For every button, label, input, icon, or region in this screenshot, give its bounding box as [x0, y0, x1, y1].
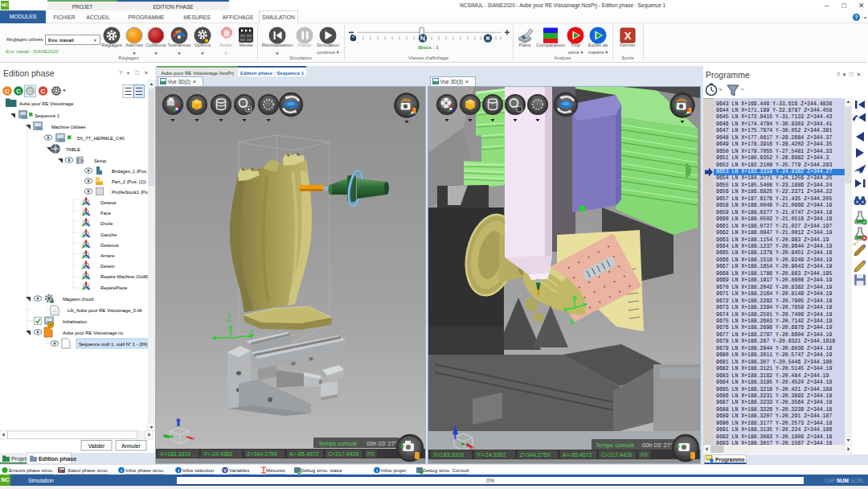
svg-text:Z=344.2759: Z=344.2759 [247, 451, 277, 457]
svg-text:Droite: Droite [100, 221, 113, 226]
svg-text:C: C [41, 88, 46, 95]
svg-text:Aube pour RE Visiusinage.nc: Aube pour RE Visiusinage.nc [63, 331, 123, 335]
svg-text:C=217.4426: C=217.4426 [601, 452, 632, 458]
svg-text:X=183.3319: X=183.3319 [433, 452, 464, 458]
svg-text:C=217.4426: C=217.4426 [328, 451, 358, 457]
svg-text:Y=-24.9382: Y=-24.9382 [477, 452, 506, 458]
svg-text:✕: ✕ [144, 70, 149, 76]
svg-text:C: C [28, 88, 33, 95]
svg-text:Z: Z [227, 314, 231, 323]
svg-text:Temps cumulé: Temps cumulé [596, 442, 634, 449]
svg-text:A=-85.4672: A=-85.4672 [563, 452, 592, 458]
svg-text:?: ? [119, 70, 122, 76]
svg-text:Arrière: Arrière [100, 253, 114, 258]
svg-text:Edition phase: Edition phase [3, 68, 55, 78]
svg-text:Magasin d'outil: Magasin d'outil [63, 297, 94, 302]
svg-text:Initialisation: Initialisation [63, 319, 87, 324]
svg-text:Bridages_1 (Pos.): Bridages_1 (Pos.) [112, 169, 149, 174]
svg-text:Séquence outil 1, outil N° 1 -: Séquence outil 1, outil N° 1 - (0%) [79, 342, 149, 347]
svg-text:RepèrePièce: RepèrePièce [100, 286, 128, 290]
svg-text:Dessus: Dessus [100, 200, 116, 205]
svg-text:Valider: Valider [88, 443, 105, 449]
svg-text:00h 03' 27'': 00h 03' 27'' [366, 440, 397, 447]
svg-text:X=183.3319: X=183.3319 [160, 451, 190, 457]
svg-text:Machine Utilisée: Machine Utilisée [51, 125, 86, 129]
svg-text:Edition phase: Edition phase [39, 455, 76, 462]
svg-text:Setup: Setup [94, 158, 106, 163]
svg-text:Face: Face [100, 211, 111, 216]
svg-text:V: V [223, 468, 227, 473]
svg-text:5X_TT_HERMLE_C40: 5X_TT_HERMLE_C40 [77, 136, 125, 141]
svg-text:P0: P0 [367, 451, 375, 457]
svg-text:00h 03' 27'': 00h 03' 27'' [642, 442, 673, 449]
svg-text:Part_2 (Pos. (2)): Part_2 (Pos. (2)) [112, 179, 146, 184]
svg-text:⏍: ⏍ [135, 70, 139, 76]
svg-text:Dessous: Dessous [100, 243, 119, 248]
svg-text:Projet: Projet [11, 455, 27, 462]
svg-text:▾: ▾ [127, 71, 129, 76]
svg-text:ProfileStock1 (Pos.: ProfileStock1 (Pos. [112, 190, 152, 195]
svg-text:C: C [16, 88, 21, 95]
svg-text:Annuler: Annuler [121, 443, 141, 449]
svg-text:Gauche: Gauche [100, 232, 117, 237]
svg-text:Lib_Aube pour RE Visiusinage_0: Lib_Aube pour RE Visiusinage_0.tlb [68, 308, 142, 313]
svg-text:P0: P0 [641, 452, 648, 458]
svg-text:C: C [5, 88, 10, 95]
svg-text:Z=344.2759: Z=344.2759 [520, 452, 551, 458]
svg-text:Sequence 1: Sequence 1 [35, 113, 59, 118]
svg-text:Y=-24.9382: Y=-24.9382 [203, 451, 232, 457]
svg-text:Repère Machine Outil0: Repère Machine Outil0 [100, 274, 148, 279]
svg-text:x: x [250, 327, 253, 334]
svg-text:Temps cumulé: Temps cumulé [318, 440, 357, 447]
svg-text:A=-85.4672: A=-85.4672 [289, 451, 318, 457]
svg-text:Aube pour RE Visiusinage: Aube pour RE Visiusinage [19, 101, 74, 106]
svg-text:TABLE: TABLE [66, 147, 80, 152]
svg-text:X: X [624, 30, 632, 42]
svg-text:Dessin: Dessin [100, 264, 115, 269]
